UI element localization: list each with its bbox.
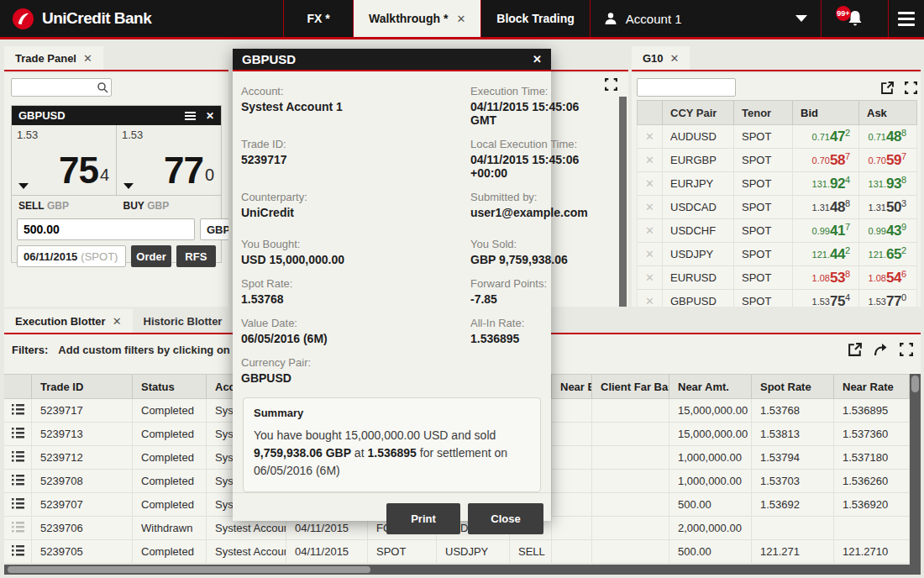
ccy-pair-cell: USDCAD: [663, 196, 734, 218]
modal-close-icon[interactable]: ✕: [533, 53, 542, 66]
nav-tab-block-trading[interactable]: Block Trading: [480, 0, 590, 37]
tab-execution-blotter[interactable]: Execution Blotter ✕: [4, 309, 133, 333]
fullscreen-button[interactable]: [605, 78, 617, 91]
col-client-far-base[interactable]: Client Far Base: [592, 375, 669, 398]
tab-historic-blotter[interactable]: Historic Blotter: [133, 309, 234, 333]
cell-trade-id: 5239712: [32, 446, 133, 469]
field-all-in-rate: All-In Rate:1.536895: [470, 317, 595, 345]
col-bid[interactable]: Bid: [793, 101, 859, 124]
row-menu-icon[interactable]: [12, 522, 24, 535]
col-spot-rate[interactable]: Spot Rate: [752, 375, 834, 398]
remove-pair-icon[interactable]: ✕: [638, 196, 663, 218]
remove-pair-icon[interactable]: ✕: [638, 172, 663, 195]
row-menu-icon[interactable]: [12, 404, 24, 418]
row-menu-icon[interactable]: [12, 545, 24, 559]
ask-price[interactable]: 0.99439: [859, 219, 916, 242]
tile-pair-title: GBPUSD: [18, 109, 66, 122]
field-currency-pair: Currency Pair:GBPUSD: [241, 356, 470, 385]
bid-price[interactable]: 121.442: [793, 243, 859, 265]
close-tab-icon[interactable]: ✕: [113, 315, 122, 328]
scrollbar-thumb[interactable]: [8, 566, 370, 573]
bid-price[interactable]: 1.31488: [793, 196, 859, 218]
remove-pair-icon[interactable]: ✕: [638, 125, 663, 148]
tile-menu-icon[interactable]: [185, 112, 196, 120]
cell-spot-rate: 121.271: [752, 540, 834, 563]
nav-tab-walkthrough[interactable]: Walkthrough * ✕: [353, 0, 480, 37]
bid-price[interactable]: 0.71472: [793, 125, 859, 148]
hamburger-menu-button[interactable]: [888, 0, 924, 37]
col-tenor[interactable]: Tenor: [734, 101, 793, 124]
tab-trade-panel[interactable]: Trade Panel ✕: [4, 46, 103, 70]
cell-status: Completed: [133, 399, 207, 422]
scrollbar-thumb[interactable]: [911, 376, 919, 392]
vertical-scrollbar[interactable]: [910, 374, 921, 565]
price-tile-gbpusd: GBPUSD ✕ 1.53 75 4: [11, 105, 222, 263]
trade-panel-body: GBPUSD ✕ 1.53 75 4: [4, 73, 228, 307]
horizontal-scrollbar[interactable]: [4, 565, 921, 575]
g10-search-input[interactable]: [637, 78, 736, 97]
share-button[interactable]: [874, 344, 888, 356]
row-menu-icon[interactable]: [12, 475, 24, 488]
ask-price[interactable]: 0.71488: [859, 125, 916, 148]
remove-pair-icon[interactable]: ✕: [638, 266, 663, 289]
popout-button[interactable]: [881, 81, 894, 94]
sell-price-button[interactable]: 1.53 75 4: [12, 125, 117, 195]
nav-tab-fx[interactable]: FX *: [283, 0, 353, 37]
modal-footer: Print Close: [233, 492, 551, 545]
col-near-rate[interactable]: Near Rate: [834, 375, 910, 398]
col-ccy-pair[interactable]: CCY Pair: [663, 101, 734, 124]
col-trade-id[interactable]: Trade ID: [32, 375, 133, 398]
col-near-amt[interactable]: Near Amt.: [669, 375, 752, 398]
bid-price[interactable]: 131.924: [793, 172, 859, 195]
value-date-input[interactable]: 06/11/2015 (SPOT): [17, 245, 126, 267]
order-button[interactable]: Order: [131, 245, 171, 267]
cell-near-rate: 1.537180: [834, 446, 910, 469]
ask-price[interactable]: 1.08546: [859, 266, 916, 289]
close-tab-icon[interactable]: ✕: [83, 52, 92, 65]
row-menu-icon[interactable]: [12, 498, 24, 512]
row-menu-icon[interactable]: [12, 428, 24, 441]
ask-price[interactable]: 1.53770: [859, 290, 916, 307]
remove-pair-icon[interactable]: ✕: [638, 219, 663, 242]
tile-close-icon[interactable]: ✕: [206, 110, 214, 122]
rfs-button[interactable]: RFS: [176, 245, 216, 267]
remove-pair-icon[interactable]: ✕: [638, 290, 663, 307]
ask-price[interactable]: 1.31503: [859, 196, 916, 218]
bid-price[interactable]: 0.70587: [793, 149, 859, 171]
cell-status: Completed: [133, 493, 207, 516]
ccy-pair-cell: AUDUSD: [663, 125, 734, 148]
vertical-scrollbar[interactable]: [619, 97, 627, 307]
ccy-pair-cell: EURJPY: [663, 172, 734, 195]
col-ask[interactable]: Ask: [859, 101, 916, 124]
close-tab-icon[interactable]: ✕: [670, 52, 680, 65]
date-row: 06/11/2015 (SPOT) Order RFS: [12, 243, 221, 270]
col-status[interactable]: Status: [133, 375, 207, 398]
amount-input[interactable]: [17, 218, 195, 240]
close-tab-icon[interactable]: ✕: [456, 13, 465, 25]
summary-title: Summary: [254, 407, 530, 419]
fullscreen-button[interactable]: [900, 343, 913, 356]
notifications-button[interactable]: 99+: [821, 0, 888, 37]
cell-near-amt: 15,000,000.00: [669, 423, 752, 445]
account-selector[interactable]: Account 1: [590, 0, 821, 37]
ccy-select[interactable]: GBP: [200, 218, 228, 240]
remove-pair-icon[interactable]: ✕: [638, 149, 663, 171]
bid-price[interactable]: 1.53754: [793, 290, 859, 307]
close-button[interactable]: Close: [468, 503, 543, 534]
row-menu-icon[interactable]: [12, 451, 24, 465]
tab-g10[interactable]: G10 ✕: [632, 46, 690, 70]
summary-box: Summary You have bought 15,000,000.00 US…: [243, 397, 541, 492]
ask-price[interactable]: 121.652: [859, 243, 916, 265]
ask-price[interactable]: 131.938: [859, 172, 916, 195]
bid-price[interactable]: 0.99417: [793, 219, 859, 242]
modal-title: GBPUSD: [242, 52, 296, 66]
tenor-cell: SPOT: [734, 243, 793, 265]
fullscreen-button[interactable]: [905, 81, 917, 94]
buy-price-button[interactable]: 1.53 77 0: [117, 125, 221, 195]
cell-status: Withdrawn: [133, 517, 207, 539]
bid-price[interactable]: 1.08538: [793, 266, 859, 289]
remove-pair-icon[interactable]: ✕: [638, 243, 663, 265]
print-button[interactable]: Print: [386, 503, 460, 534]
popout-button[interactable]: [848, 343, 862, 356]
ask-price[interactable]: 0.70597: [859, 149, 916, 171]
